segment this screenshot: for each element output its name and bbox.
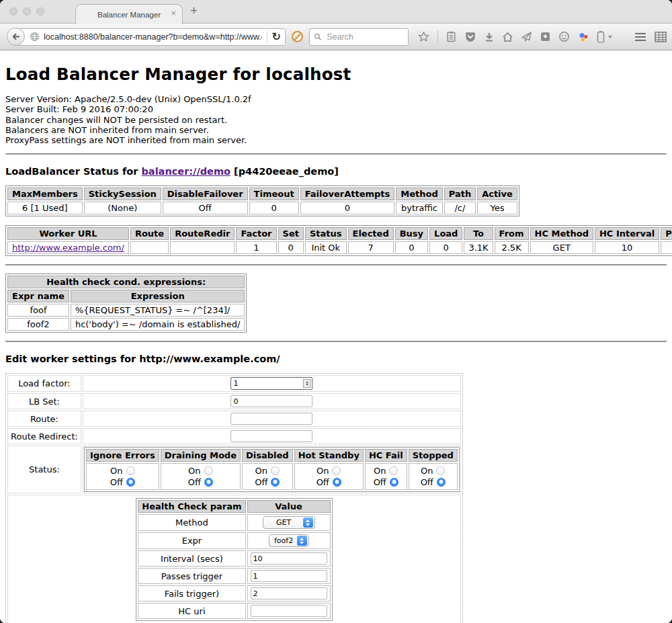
tab-close-icon[interactable]: × bbox=[171, 9, 176, 17]
tiles-grid-icon[interactable] bbox=[655, 32, 667, 42]
window-minimize-button[interactable] bbox=[23, 7, 31, 15]
table-row: On Off On Off On Off bbox=[86, 463, 458, 490]
separator bbox=[5, 264, 667, 265]
window-close-button[interactable] bbox=[9, 7, 17, 15]
data-cell: 1 (0) bbox=[661, 241, 672, 254]
edit-worker-form: Load factor: LB Set: Route: Route Redire… bbox=[5, 373, 463, 623]
home-icon[interactable] bbox=[502, 31, 513, 42]
window-zoom-button[interactable] bbox=[36, 7, 44, 15]
on-label: On bbox=[317, 465, 329, 476]
reload-icon[interactable]: ↻ bbox=[272, 32, 281, 42]
radio-on-draining-mode[interactable] bbox=[204, 466, 213, 475]
data-cell: %{REQUEST_STATUS} =~ /^[234]/ bbox=[71, 304, 245, 317]
colored-dots-extension-icon[interactable] bbox=[577, 31, 589, 43]
form-row-route-redirect: Route Redirect: bbox=[7, 428, 461, 444]
save-page-icon[interactable] bbox=[540, 31, 551, 42]
method-select[interactable]: GET bbox=[263, 516, 315, 529]
expr-select[interactable]: foof2 bbox=[269, 534, 309, 547]
data-cell: Yes bbox=[477, 202, 517, 214]
feedback-smiley-icon[interactable] bbox=[558, 31, 570, 42]
data-cell: foof2 bbox=[7, 318, 69, 331]
radio-on-hc-fail[interactable] bbox=[389, 466, 398, 475]
table-row: Interval (secs) bbox=[138, 550, 330, 567]
radio-on-hot-standby[interactable] bbox=[332, 466, 341, 475]
send-icon[interactable] bbox=[521, 31, 532, 42]
load-factor-input[interactable] bbox=[230, 377, 312, 390]
device-battery-icon[interactable] bbox=[597, 31, 605, 43]
radio-off-hot-standby[interactable] bbox=[333, 478, 341, 487]
table-header-row: MaxMembers StickySession DisableFailover… bbox=[7, 188, 517, 200]
hc-uri-input[interactable] bbox=[251, 605, 327, 617]
info-line: Server Version: Apache/2.5.0-dev (Unix) … bbox=[5, 94, 667, 104]
status-cell-disabled: On Off bbox=[242, 463, 293, 490]
search-icon bbox=[314, 32, 322, 42]
table-title-cell: Health check cond. expressions: bbox=[7, 276, 245, 288]
page-title: Load Balancer Manager for localhost bbox=[5, 65, 667, 84]
radio-on-stopped[interactable] bbox=[436, 466, 445, 475]
off-label: Off bbox=[255, 476, 267, 488]
on-label: On bbox=[421, 465, 433, 476]
fails-label: Fails trigger) bbox=[138, 585, 245, 601]
header-cell: Ignore Errors bbox=[86, 449, 159, 462]
data-cell: 3.1K bbox=[464, 241, 493, 254]
radio-off-draining-mode[interactable] bbox=[204, 478, 213, 487]
hamburger-menu-icon[interactable] bbox=[634, 32, 646, 42]
edit-worker-heading: Edit worker settings for http://www.exam… bbox=[5, 354, 667, 364]
table-header-row: Health Check param Value bbox=[138, 500, 330, 513]
form-value-cell bbox=[83, 428, 461, 444]
radio-off-hc-fail[interactable] bbox=[390, 478, 398, 487]
interval-label: Interval (secs) bbox=[138, 550, 245, 567]
radio-on-ignore-errors[interactable] bbox=[126, 466, 135, 475]
header-cell: Health Check param bbox=[138, 500, 245, 513]
new-tab-button[interactable]: + bbox=[190, 3, 198, 18]
search-input[interactable] bbox=[325, 32, 404, 42]
table-row: 6 [1 Used] (None) Off 0 0 bytraffic /c/ … bbox=[7, 202, 517, 214]
tab-strip: Balancer Manager × + bbox=[0, 0, 672, 24]
route-input[interactable] bbox=[230, 413, 312, 425]
globe-icon[interactable] bbox=[30, 32, 40, 42]
on-label: On bbox=[110, 465, 122, 476]
passes-cell bbox=[247, 568, 331, 584]
interval-input[interactable] bbox=[251, 552, 327, 565]
bookmarks-clipboard-icon[interactable] bbox=[446, 31, 457, 42]
chevron-down-icon[interactable] bbox=[608, 36, 612, 38]
radio-off-disabled[interactable] bbox=[271, 478, 280, 487]
pocket-icon[interactable] bbox=[464, 31, 476, 43]
bookmark-star-icon[interactable] bbox=[417, 30, 430, 43]
status-table: Ignore Errors Draining Mode Disabled Hot… bbox=[84, 447, 460, 492]
balancer-status-table: MaxMembers StickySession DisableFailover… bbox=[5, 185, 519, 216]
status-label: Status: bbox=[7, 446, 81, 493]
header-cell: Timeout bbox=[249, 188, 299, 200]
tab-balancer-manager[interactable]: Balancer Manager × bbox=[75, 4, 183, 24]
header-cell: Load bbox=[429, 227, 462, 240]
off-label: Off bbox=[317, 476, 329, 488]
radio-on-disabled[interactable] bbox=[271, 466, 280, 475]
adblock-icon[interactable] bbox=[292, 31, 303, 42]
radio-off-ignore-errors[interactable] bbox=[126, 478, 135, 487]
form-row-route: Route: bbox=[7, 411, 461, 427]
header-cell: From bbox=[495, 227, 529, 240]
data-cell: foof bbox=[7, 304, 69, 317]
data-cell: 0 bbox=[278, 241, 304, 254]
data-cell bbox=[170, 241, 235, 254]
form-row-load-factor: Load factor: bbox=[7, 375, 461, 392]
radio-off-stopped[interactable] bbox=[437, 478, 446, 487]
balancer-demo-link[interactable]: balancer://demo bbox=[141, 166, 230, 177]
separator bbox=[5, 341, 667, 342]
back-button[interactable] bbox=[7, 28, 25, 46]
worker-url-link[interactable]: http://www.example.com/ bbox=[12, 243, 124, 253]
data-cell: Off bbox=[163, 202, 248, 214]
lb-set-input[interactable] bbox=[230, 395, 312, 407]
route-redirect-input[interactable] bbox=[230, 430, 312, 442]
fails-input[interactable] bbox=[251, 587, 327, 599]
form-value-cell bbox=[83, 375, 461, 392]
on-label: On bbox=[188, 465, 200, 476]
downloads-icon[interactable] bbox=[484, 32, 495, 42]
balancer-status-heading: LoadBalancer Status for balancer://demo … bbox=[5, 166, 667, 177]
url-bar[interactable]: localhost :8880/balancer-manager?b=demo&… bbox=[15, 28, 286, 46]
browser-window: Balancer Manager × + localhost :8880/bal… bbox=[0, 0, 672, 623]
passes-input[interactable] bbox=[251, 570, 327, 582]
number-spinner-icon[interactable] bbox=[303, 379, 310, 388]
search-bar[interactable] bbox=[309, 28, 409, 46]
heading-prefix: LoadBalancer Status for bbox=[5, 166, 141, 177]
